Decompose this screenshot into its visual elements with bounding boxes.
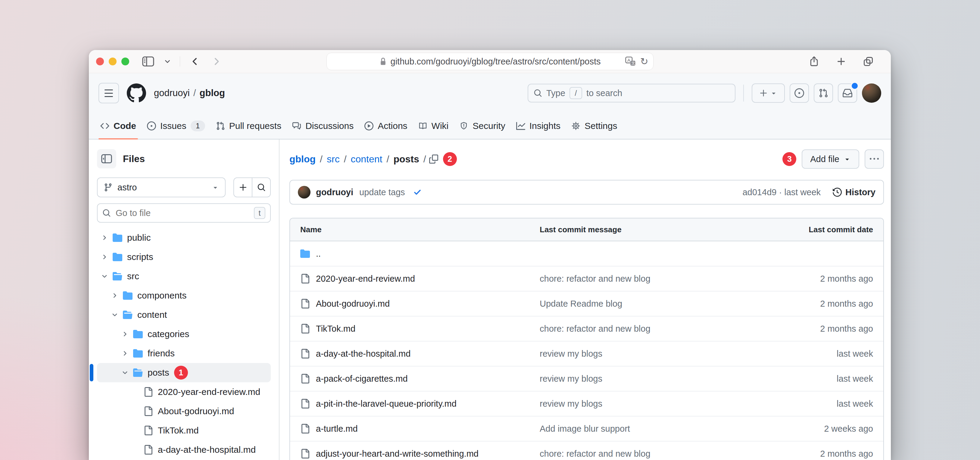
table-row: TikTok.mdchore: refactor and new blog2 m… xyxy=(290,316,883,341)
commit-message-cell[interactable]: chore: refactor and new blog xyxy=(540,449,777,459)
file-name-link[interactable]: .. xyxy=(300,249,540,259)
chevron-down-icon[interactable] xyxy=(111,312,123,318)
annotation-badge-3: 3 xyxy=(783,152,796,166)
file-name-link[interactable]: a-day-at-the-hospital.md xyxy=(300,349,540,359)
tree-item-TikTok.md[interactable]: TikTok.md xyxy=(97,421,271,440)
pull-requests-dashboard-button[interactable] xyxy=(814,83,833,103)
commit-message-cell[interactable]: Update Readme blog xyxy=(540,299,777,309)
add-file-button[interactable]: Add file xyxy=(802,150,859,169)
commit-message-cell[interactable]: chore: refactor and new blog xyxy=(540,324,777,334)
user-avatar[interactable] xyxy=(862,83,881,103)
history-button[interactable]: History xyxy=(833,187,875,197)
chevron-right-icon[interactable] xyxy=(101,234,113,241)
file-icon xyxy=(300,324,310,333)
chevron-right-icon[interactable] xyxy=(101,254,113,260)
file-name-link[interactable]: About-godruoyi.md xyxy=(300,299,540,309)
translate-icon[interactable]: A文 xyxy=(625,56,636,67)
owner-link[interactable]: godruoyi xyxy=(154,88,190,99)
global-search-input[interactable]: Type / to search xyxy=(528,84,735,102)
new-file-button[interactable] xyxy=(234,178,252,197)
tree-item-2020-year-end-review.md[interactable]: 2020-year-end-review.md xyxy=(97,382,271,401)
breadcrumb-separator: / xyxy=(423,154,426,165)
column-header-name: Name xyxy=(300,225,540,234)
copy-icon xyxy=(429,154,438,164)
notifications-inbox-button[interactable] xyxy=(838,83,857,103)
tab-discussions[interactable]: Discussions xyxy=(287,113,359,139)
search-icon xyxy=(534,89,542,97)
commit-message-cell[interactable]: review my blogs xyxy=(540,349,777,359)
chevron-right-icon[interactable] xyxy=(122,331,133,337)
tree-item-friends[interactable]: friends xyxy=(97,344,271,363)
hamburger-menu-button[interactable] xyxy=(99,83,119,103)
file-name-link[interactable]: a-pit-in-the-laravel-queue-priority.md xyxy=(300,399,540,409)
tab-insights[interactable]: Insights xyxy=(511,113,566,139)
tree-item-src[interactable]: src xyxy=(97,267,271,286)
back-button[interactable] xyxy=(188,54,202,68)
address-bar[interactable]: github.com/godruoyi/gblog/tree/astro/src… xyxy=(326,53,654,70)
create-new-button[interactable] xyxy=(752,83,785,103)
chevron-right-icon[interactable] xyxy=(111,292,123,299)
commit-date-cell: last week xyxy=(777,399,873,409)
tree-item-public[interactable]: public xyxy=(97,228,271,247)
file-name-link[interactable]: TikTok.md xyxy=(300,324,540,334)
tab-overview-icon[interactable] xyxy=(861,54,875,68)
commit-message-cell[interactable]: review my blogs xyxy=(540,374,777,384)
book-icon xyxy=(418,121,427,131)
issues-dashboard-button[interactable] xyxy=(790,83,809,103)
github-logo-icon[interactable] xyxy=(127,83,146,103)
tab-code[interactable]: Code xyxy=(95,113,142,139)
tree-item-a-day-at-the-hospital.md[interactable]: a-day-at-the-hospital.md xyxy=(97,440,271,459)
commit-author-name[interactable]: godruoyi xyxy=(316,187,353,197)
new-tab-icon[interactable] xyxy=(834,54,848,68)
copy-path-button[interactable] xyxy=(429,154,438,164)
checks-status-icon[interactable] xyxy=(413,188,422,197)
forward-button[interactable] xyxy=(210,54,223,68)
breadcrumb-separator: / xyxy=(320,154,323,165)
sidebar-chevron-icon[interactable] xyxy=(163,54,172,68)
file-name-link[interactable]: adjust-your-heart-and-write-something.md xyxy=(300,449,540,459)
commit-message-cell[interactable]: Add image blur support xyxy=(540,424,777,434)
tab-actions[interactable]: Actions xyxy=(359,113,413,139)
commit-message-link[interactable]: update tags xyxy=(359,187,405,197)
table-row: a-pit-in-the-laravel-queue-priority.mdre… xyxy=(290,391,883,416)
minimize-window-button[interactable] xyxy=(109,57,116,65)
commit-message-cell[interactable]: review my blogs xyxy=(540,399,777,409)
file-name-link[interactable]: a-pack-of-cigarettes.md xyxy=(300,374,540,384)
tab-settings[interactable]: Settings xyxy=(566,113,622,139)
sidebar-toggle-icon[interactable] xyxy=(141,54,155,68)
collapse-file-tree-button[interactable] xyxy=(97,149,116,169)
tree-item-content[interactable]: content xyxy=(97,305,271,325)
zoom-window-button[interactable] xyxy=(121,57,129,65)
tree-item-About-godruoyi.md[interactable]: About-godruoyi.md xyxy=(97,401,271,421)
tab-issues[interactable]: Issues 1 xyxy=(142,113,210,139)
chevron-right-icon[interactable] xyxy=(122,350,133,357)
tab-security[interactable]: Security xyxy=(454,113,511,139)
tree-item-categories[interactable]: categories xyxy=(97,325,271,344)
chevron-down-icon[interactable] xyxy=(101,273,113,280)
file-name-link[interactable]: 2020-year-end-review.md xyxy=(300,274,540,284)
breadcrumb-src[interactable]: src xyxy=(327,154,340,165)
file-name-link[interactable]: a-turtle.md xyxy=(300,424,540,434)
share-icon[interactable] xyxy=(807,54,821,68)
tree-item-label: 2020-year-end-review.md xyxy=(158,387,260,397)
goto-file-search[interactable]: t xyxy=(97,203,271,223)
chevron-down-icon[interactable] xyxy=(122,369,133,376)
goto-file-input[interactable] xyxy=(115,208,250,218)
reload-icon[interactable]: ↻ xyxy=(640,57,648,66)
tree-item-scripts[interactable]: scripts xyxy=(97,247,271,267)
breadcrumb-content[interactable]: content xyxy=(351,154,382,165)
tab-wiki[interactable]: Wiki xyxy=(413,113,454,139)
search-tree-button[interactable] xyxy=(252,178,270,197)
commit-author-avatar[interactable] xyxy=(298,186,310,199)
breadcrumb-gblog[interactable]: gblog xyxy=(290,154,316,165)
repo-link[interactable]: gblog xyxy=(200,88,225,99)
commit-sha-and-date[interactable]: ad014d9 · last week xyxy=(742,187,821,197)
commit-message-cell[interactable]: chore: refactor and new blog xyxy=(540,274,777,284)
folder-icon xyxy=(300,249,310,258)
close-window-button[interactable] xyxy=(96,57,104,65)
more-options-button[interactable] xyxy=(865,150,884,169)
tree-item-components[interactable]: components xyxy=(97,286,271,305)
branch-selector[interactable]: astro xyxy=(97,177,226,197)
tab-pull-requests[interactable]: Pull requests xyxy=(210,113,287,139)
tree-item-posts[interactable]: posts1 xyxy=(97,363,271,382)
